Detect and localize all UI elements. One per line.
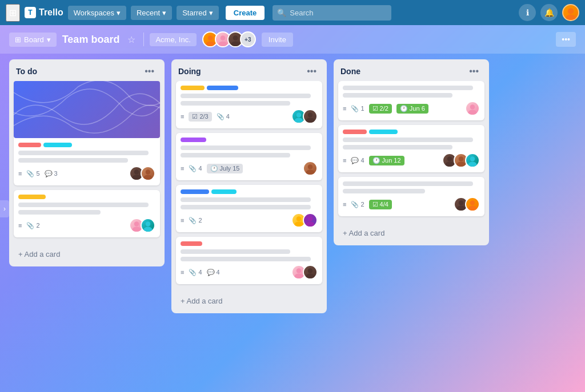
card-done-1[interactable]: ≡ 📎 1 ☑ 2/2 🕐 Jun 6 xyxy=(338,81,484,120)
due-date: Jun 12 xyxy=(382,157,401,164)
card-avatar-3[interactable] xyxy=(465,153,480,168)
label-cyan xyxy=(43,143,72,147)
svg-point-36 xyxy=(470,156,475,161)
date-badge-green-2: 🕐 Jun 12 xyxy=(369,156,404,165)
comment-icon: 💬 xyxy=(45,170,53,177)
user-avatar[interactable] xyxy=(562,4,579,21)
svg-point-32 xyxy=(447,156,452,161)
svg-point-30 xyxy=(470,104,475,109)
invite-button[interactable]: Invite xyxy=(262,33,293,47)
card-done-2-meta: ≡ 💬 4 🕐 Jun 12 xyxy=(343,153,480,168)
sidebar-collapse-button[interactable]: › xyxy=(0,200,9,217)
card-attachments: 📎 2 xyxy=(189,217,202,224)
menu-icon: ≡ xyxy=(343,157,346,164)
board-view-button[interactable]: ⊞ Board ▾ xyxy=(9,33,57,47)
more-options-button[interactable]: ••• xyxy=(556,32,576,47)
card-todo-1[interactable]: ≡ 📎 5 💬 3 xyxy=(14,81,160,185)
column-done-header: Done ••• xyxy=(334,59,489,81)
card-doing-1[interactable]: ≡ ☑ 2/3 📎 4 xyxy=(176,81,322,128)
svg-point-20 xyxy=(308,164,312,169)
add-card-doing-button[interactable]: + Add a card xyxy=(176,293,322,309)
menu-icon: ≡ xyxy=(181,269,184,276)
card-done-3[interactable]: ≡ 📎 2 ☑ 4/4 xyxy=(338,177,484,216)
checklist-icon: ☑ xyxy=(192,113,198,120)
card-done-3-meta: ≡ 📎 2 ☑ 4/4 xyxy=(343,197,480,212)
clock-icon: 🕐 xyxy=(400,105,408,112)
card-title-line-2 xyxy=(181,101,290,106)
card-attachments: 📎 4 xyxy=(189,165,202,172)
navbar: ⊞ T Trello Workspaces ▾ Recent ▾ Starred… xyxy=(0,0,585,25)
attachment-count: 2 xyxy=(360,201,364,208)
card-attachments: 📎 4 xyxy=(217,113,230,120)
card-avatar-1[interactable] xyxy=(465,101,480,116)
card-meta-menu: ≡ xyxy=(181,113,184,120)
column-done-footer: + Add a card xyxy=(334,221,489,245)
cover-pattern xyxy=(14,81,160,138)
card-meta: ≡ 📎 5 💬 3 xyxy=(18,166,155,181)
workspaces-menu-button[interactable]: Workspaces ▾ xyxy=(68,6,126,20)
card-avatars xyxy=(291,109,318,124)
card-avatars xyxy=(291,265,318,280)
card-title-line xyxy=(181,249,290,254)
column-doing-menu-button[interactable]: ••• xyxy=(303,65,320,78)
starred-menu-button[interactable]: Starred ▾ xyxy=(177,6,219,20)
due-date-badge: 🕐 July 15 xyxy=(207,164,243,173)
card-avatar-2[interactable] xyxy=(303,213,318,228)
card-avatar-1[interactable] xyxy=(303,161,318,176)
card-attachments: 📎 2 xyxy=(351,201,364,208)
card-avatars xyxy=(442,153,480,168)
notifications-button[interactable]: 🔔 xyxy=(540,4,558,21)
plus-members-badge[interactable]: +3 xyxy=(240,31,256,47)
search-input[interactable] xyxy=(273,5,391,21)
card-done-2[interactable]: ≡ 💬 4 🕐 Jun 12 xyxy=(338,125,484,172)
column-todo-menu-button[interactable]: ••• xyxy=(141,65,158,78)
info-button[interactable]: ℹ xyxy=(519,4,536,21)
card-avatars xyxy=(129,166,155,181)
column-todo-header: To do ••• xyxy=(9,59,165,81)
clock-icon: 🕐 xyxy=(372,157,380,164)
card-meta-menu: ≡ xyxy=(181,269,184,276)
card-avatars xyxy=(465,101,480,116)
menu-icon: ≡ xyxy=(343,201,346,208)
card-avatar-2[interactable] xyxy=(465,197,480,212)
card-doing-1-labels xyxy=(181,86,318,90)
label-cyan xyxy=(369,130,398,134)
star-board-button[interactable]: ☆ xyxy=(125,32,138,47)
card-doing-2[interactable]: ≡ 📎 4 🕐 July 15 xyxy=(176,133,322,180)
menu-icon: ≡ xyxy=(18,170,22,177)
card-avatar-2[interactable] xyxy=(141,166,155,181)
card-doing-4-labels xyxy=(181,241,318,246)
svg-point-19 xyxy=(306,118,314,123)
card-doing-4[interactable]: ≡ 📎 4 💬 4 xyxy=(176,237,322,284)
card-todo-2[interactable]: ≡ 📎 2 xyxy=(14,190,160,237)
trello-logo[interactable]: T Trello xyxy=(25,7,63,18)
svg-point-15 xyxy=(143,227,152,232)
svg-point-11 xyxy=(143,175,152,180)
svg-point-8 xyxy=(134,169,139,174)
attachment-count: 1 xyxy=(360,105,364,112)
add-card-todo-button[interactable]: + Add a card xyxy=(14,246,160,262)
card-cover-image xyxy=(14,81,160,138)
label-pink xyxy=(18,143,41,147)
recent-menu-button[interactable]: Recent ▾ xyxy=(131,6,172,20)
column-done-menu-button[interactable]: ••• xyxy=(466,65,482,78)
board-header: ⊞ Board ▾ Team board ☆ Acme, Inc. +3 Inv… xyxy=(0,25,585,54)
create-button[interactable]: Create xyxy=(226,6,265,20)
checklist-count: 2/2 xyxy=(380,105,388,112)
column-todo-cards: ≡ 📎 5 💬 3 xyxy=(9,81,165,242)
member-avatars: +3 xyxy=(202,31,256,47)
card-avatar-2[interactable] xyxy=(303,265,318,280)
svg-point-7 xyxy=(231,41,239,46)
card-title-line xyxy=(343,138,473,142)
card-title-line-2 xyxy=(343,189,425,193)
workspace-badge[interactable]: Acme, Inc. xyxy=(150,33,196,46)
add-card-done-button[interactable]: + Add a card xyxy=(338,225,484,241)
card-avatar-4[interactable] xyxy=(141,218,155,233)
card-doing-3[interactable]: ≡ 📎 2 xyxy=(176,185,322,232)
grid-menu-button[interactable]: ⊞ xyxy=(6,4,20,22)
card-title-line-2 xyxy=(18,158,128,163)
column-doing-footer: + Add a card xyxy=(171,289,327,313)
clock-icon: 🕐 xyxy=(210,165,218,172)
card-labels-2 xyxy=(18,195,155,199)
card-avatar-2[interactable] xyxy=(303,109,318,124)
